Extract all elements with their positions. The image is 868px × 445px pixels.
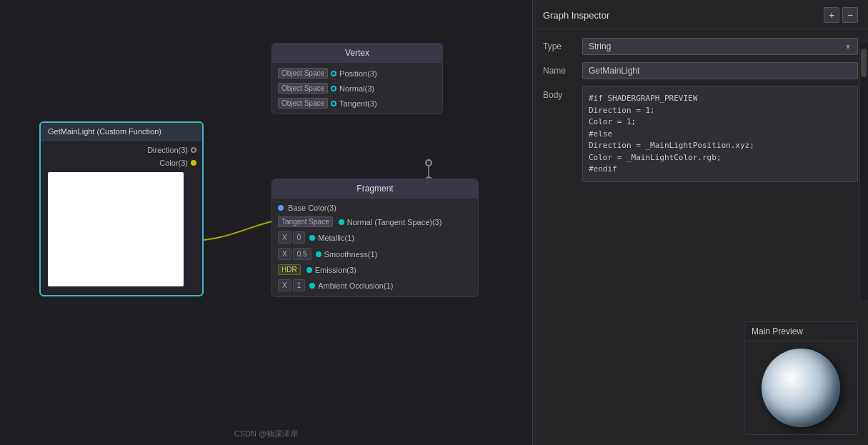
smoothness-row: X 0.5 Smoothness(1) [272, 246, 478, 262]
type-select-arrow: ▼ [844, 43, 852, 51]
tangent-out-dot [331, 101, 336, 106]
body-textarea[interactable]: #if SHADERGRAPH_PREVIEW Direction = 1; C… [582, 86, 858, 182]
fragment-header: Fragment [272, 179, 478, 199]
position-label: Position(3) [339, 69, 377, 78]
body-line-5: Direction = _MainLightPosition.xyz; [589, 140, 852, 152]
body-line-1: #if SHADERGRAPH_PREVIEW [589, 93, 852, 105]
tangent-space-tag2: Tangent Space [278, 216, 333, 227]
direction-port-dot [191, 147, 196, 153]
vertex-normal-row: Object Space Normal(3) [272, 81, 442, 96]
emission-dot [306, 267, 312, 273]
metallic-dot [309, 235, 315, 241]
fragment-content: Base Color(3) Tangent Space Normal (Tang… [272, 199, 478, 296]
smoothness-x-label: X [278, 248, 291, 260]
color-label: Color(3) [159, 159, 188, 167]
vertex-tangent-row: Object Space Tangent(3) [272, 96, 442, 111]
type-select-value: String [589, 41, 611, 51]
sphere-container [744, 341, 857, 434]
hdr-tag: HDR [278, 264, 301, 275]
ao-row: X 1 Ambient Occlusion(1) [272, 277, 478, 294]
custom-function-node: GetMainLight (Custom Function) Direction… [39, 121, 204, 296]
normal-tangent-dot [339, 219, 344, 225]
type-row: Type String ▼ [543, 38, 858, 55]
name-label: Name [543, 62, 582, 76]
smoothness-label: Smoothness(1) [324, 250, 378, 259]
ao-value: 1 [293, 279, 306, 291]
body-label: Body [543, 86, 582, 100]
position-space-tag: Object Space [278, 68, 328, 79]
name-row: Name [543, 62, 858, 79]
base-color-label: Base Color(3) [288, 204, 336, 212]
direction-port-row: Direction(3) [41, 144, 202, 156]
color-port-dot [191, 160, 196, 166]
emission-row: HDR Emission(3) [272, 262, 478, 277]
main-preview-panel: Main Preview [744, 321, 858, 435]
color-port-row: Color(3) [41, 156, 202, 169]
type-select[interactable]: String ▼ [582, 38, 858, 55]
type-value-container: String ▼ [582, 38, 858, 55]
normal-tangent-row: Tangent Space Normal (Tangent Space)(3) [272, 214, 478, 229]
body-value-container: #if SHADERGRAPH_PREVIEW Direction = 1; C… [582, 86, 858, 182]
add-button[interactable]: + [824, 7, 839, 23]
node-preview-box [48, 172, 184, 286]
body-row: Body #if SHADERGRAPH_PREVIEW Direction =… [543, 86, 858, 182]
inspector-title: Graph Inspector [543, 10, 821, 21]
base-color-in-dot [278, 205, 284, 211]
remove-button[interactable]: − [842, 7, 858, 23]
position-out-dot [331, 71, 336, 76]
watermark: CSDN @楠溪泽岸 [234, 429, 298, 439]
custom-fn-header: GetMainLight (Custom Function) [41, 123, 202, 141]
name-value-container [582, 62, 858, 79]
metallic-label: Metallic(1) [318, 234, 354, 242]
preview-sphere [762, 349, 840, 427]
metallic-x-label: X [278, 231, 291, 244]
normal-space-tag: Object Space [278, 83, 328, 94]
body-line-7: #endif [589, 164, 852, 176]
direction-label: Direction(3) [147, 146, 188, 154]
inspector-scrollbar[interactable] [859, 43, 868, 300]
body-line-4: #else [589, 129, 852, 141]
vertex-header: Vertex [272, 44, 442, 63]
metallic-row: X 0 Metallic(1) [272, 229, 478, 246]
custom-fn-content: Direction(3) Color(3) [41, 141, 202, 295]
vertex-node: Vertex Object Space Position(3) Object S… [271, 43, 443, 114]
name-input[interactable] [582, 62, 858, 79]
ao-dot [309, 283, 315, 289]
vertex-position-row: Object Space Position(3) [272, 66, 442, 81]
normal-tangent-label: Normal (Tangent Space)(3) [347, 218, 442, 226]
normal-label: Normal(3) [339, 84, 374, 93]
inspector-panel: Graph Inspector + − Type String ▼ Name B… [532, 0, 868, 445]
main-preview-header: Main Preview [744, 322, 857, 341]
ao-x-label: X [278, 279, 291, 291]
ao-label: Ambient Occlusion(1) [318, 281, 393, 290]
body-line-2: Direction = 1; [589, 105, 852, 117]
tangent-label: Tangent(3) [339, 99, 377, 108]
normal-out-dot [331, 86, 336, 91]
connector-knob-top [425, 159, 432, 166]
smoothness-value: 0.5 [293, 248, 311, 260]
tangent-space-tag: Object Space [278, 98, 328, 109]
scrollbar-thumb [861, 49, 867, 77]
body-line-3: Color = 1; [589, 116, 852, 129]
fragment-node: Fragment Base Color(3) Tangent Space Nor… [271, 179, 479, 297]
body-line-6: Color = _MainLightColor.rgb; [589, 152, 852, 164]
emission-label: Emission(3) [315, 266, 356, 274]
canvas-area: GetMainLight (Custom Function) Direction… [0, 0, 532, 445]
base-color-row: Base Color(3) [272, 201, 478, 214]
metallic-value: 0 [293, 231, 306, 244]
type-label: Type [543, 38, 582, 51]
inspector-header: Graph Inspector + − [533, 0, 868, 29]
smoothness-dot [316, 251, 321, 257]
vertex-content: Object Space Position(3) Object Space No… [272, 63, 442, 114]
